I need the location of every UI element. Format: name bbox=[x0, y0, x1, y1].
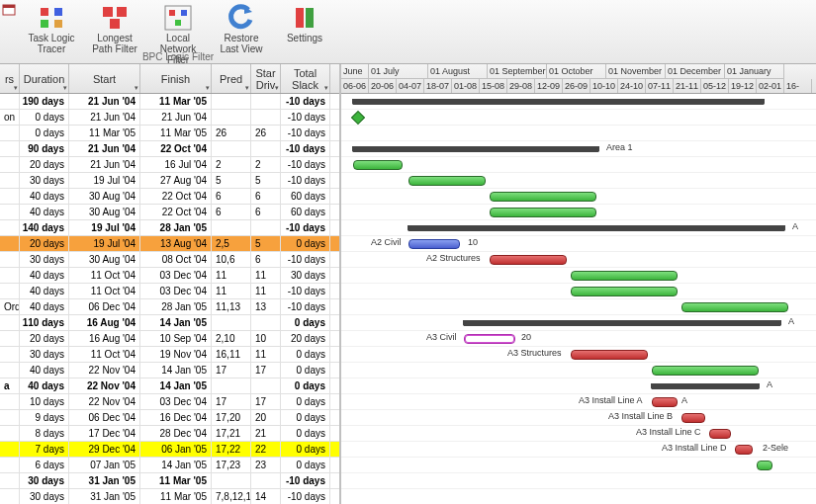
task-bar[interactable] bbox=[681, 413, 705, 423]
cell[interactable]: 60 days bbox=[281, 189, 330, 204]
table-row[interactable]: on0 days21 Jun '0421 Jun '04-10 days bbox=[0, 110, 339, 126]
cell[interactable]: 22 bbox=[251, 442, 281, 457]
task-bar[interactable] bbox=[709, 429, 731, 439]
col-total-slack[interactable]: Total Slack▾ bbox=[281, 64, 330, 93]
cell[interactable]: 11 bbox=[251, 347, 281, 362]
cell[interactable]: 40 days bbox=[20, 378, 69, 393]
cell[interactable]: 20 bbox=[251, 410, 281, 425]
cell[interactable]: 11 bbox=[212, 284, 251, 298]
cell[interactable]: 17 bbox=[251, 363, 281, 378]
cell[interactable]: 21 Jun '04 bbox=[69, 110, 140, 125]
task-bar[interactable] bbox=[571, 287, 678, 296]
cell[interactable]: 2,10 bbox=[212, 331, 251, 346]
cell[interactable]: -10 days bbox=[281, 173, 330, 188]
cell[interactable]: 11 Oct '04 bbox=[69, 268, 140, 283]
cell[interactable]: 40 days bbox=[20, 299, 69, 314]
cell[interactable]: -10 days bbox=[281, 299, 330, 314]
cell[interactable]: 6 bbox=[251, 189, 281, 204]
cell[interactable] bbox=[0, 284, 20, 298]
cell[interactable]: -10 days bbox=[281, 473, 330, 488]
cell[interactable] bbox=[0, 220, 20, 235]
cell[interactable]: 0 days bbox=[281, 426, 330, 441]
cell[interactable]: 7,8,12,1 bbox=[212, 489, 251, 504]
cell[interactable]: 30 days bbox=[20, 173, 69, 188]
task-bar[interactable] bbox=[571, 350, 648, 360]
summary-bar[interactable] bbox=[464, 320, 780, 326]
cell[interactable] bbox=[212, 141, 251, 156]
cell[interactable]: 22 Oct '04 bbox=[140, 189, 212, 204]
table-row[interactable]: 20 days21 Jun '0416 Jul '0422-10 days bbox=[0, 157, 339, 173]
cell[interactable]: 17,20 bbox=[212, 410, 251, 425]
cell[interactable] bbox=[212, 94, 251, 109]
cell[interactable]: 17 bbox=[212, 363, 251, 378]
cell[interactable] bbox=[212, 473, 251, 488]
task-bar[interactable] bbox=[490, 192, 596, 202]
cell[interactable]: 10 bbox=[251, 331, 281, 346]
cell[interactable] bbox=[0, 157, 20, 172]
cell[interactable]: 20 days bbox=[281, 331, 330, 346]
cell[interactable]: 0 days bbox=[281, 347, 330, 362]
cell[interactable]: 6 bbox=[251, 205, 281, 219]
cell[interactable]: 31 Jan '05 bbox=[69, 473, 140, 488]
cell[interactable]: 11 Mar '05 bbox=[140, 94, 212, 109]
gantt-chart[interactable]: June01 July01 August01 September01 Octob… bbox=[341, 64, 816, 504]
cell[interactable]: 30 days bbox=[20, 489, 69, 504]
cell[interactable]: 2 bbox=[212, 157, 251, 172]
cell[interactable]: 0 days bbox=[20, 110, 69, 125]
cell[interactable] bbox=[0, 442, 20, 457]
cell[interactable]: -10 days bbox=[281, 252, 330, 267]
cell[interactable]: 17,22 bbox=[212, 442, 251, 457]
cell[interactable]: 8 days bbox=[20, 426, 69, 441]
task-bar[interactable] bbox=[408, 176, 486, 186]
task-bar[interactable] bbox=[757, 461, 772, 470]
table-row[interactable]: 0 days11 Mar '0511 Mar '052626-10 days bbox=[0, 126, 339, 141]
cell[interactable] bbox=[0, 315, 20, 330]
cell[interactable]: 19 Jul '04 bbox=[69, 220, 140, 235]
cell[interactable] bbox=[0, 410, 20, 425]
cell[interactable]: 17 bbox=[212, 394, 251, 409]
cell[interactable]: 22 Oct '04 bbox=[140, 205, 212, 219]
col-duration[interactable]: Duration▾ bbox=[20, 64, 69, 93]
cell[interactable] bbox=[251, 110, 281, 125]
cell[interactable]: -10 days bbox=[281, 284, 330, 298]
cell[interactable]: 27 Aug '04 bbox=[140, 173, 212, 188]
cell[interactable]: 06 Jan '05 bbox=[140, 442, 212, 457]
cell[interactable]: 17,21 bbox=[212, 426, 251, 441]
summary-bar[interactable] bbox=[353, 99, 764, 105]
cell[interactable]: 40 days bbox=[20, 189, 69, 204]
cell[interactable]: 0 days bbox=[281, 442, 330, 457]
table-row[interactable]: 40 days30 Aug '0422 Oct '046660 days bbox=[0, 189, 339, 205]
table-row[interactable]: 30 days31 Jan '0511 Mar '057,8,12,114-10… bbox=[0, 489, 339, 504]
cell[interactable]: 11 Oct '04 bbox=[69, 347, 140, 362]
col-start[interactable]: Start▾ bbox=[69, 64, 140, 93]
table-row[interactable]: 40 days11 Oct '0403 Dec '04111130 days bbox=[0, 268, 339, 284]
table-row[interactable]: 140 days19 Jul '0428 Jan '05-10 days bbox=[0, 220, 339, 236]
cell[interactable]: 0 days bbox=[281, 315, 330, 330]
cell[interactable]: 16 Jul '04 bbox=[140, 157, 212, 172]
cell[interactable]: 23 bbox=[251, 458, 281, 472]
cell[interactable]: 40 days bbox=[20, 268, 69, 283]
cell[interactable]: 06 Dec '04 bbox=[69, 299, 140, 314]
table-row[interactable]: 30 days19 Jul '0427 Aug '0455-10 days bbox=[0, 173, 339, 189]
task-bar[interactable] bbox=[353, 160, 403, 170]
cell[interactable]: 90 days bbox=[20, 141, 69, 156]
cell[interactable]: 20 days bbox=[20, 236, 69, 251]
cell[interactable] bbox=[251, 220, 281, 235]
cell[interactable]: 26 bbox=[212, 126, 251, 140]
cell[interactable]: 60 days bbox=[281, 205, 330, 219]
table-row[interactable]: Order40 days06 Dec '0428 Jan '0511,1313-… bbox=[0, 299, 339, 315]
cell[interactable]: 21 Jun '04 bbox=[140, 110, 212, 125]
cell[interactable] bbox=[0, 94, 20, 109]
cell[interactable]: 6 bbox=[251, 252, 281, 267]
table-row[interactable]: 9 days06 Dec '0416 Dec '0417,20200 days bbox=[0, 410, 339, 426]
cell[interactable]: 16 Dec '04 bbox=[140, 410, 212, 425]
cell[interactable]: on bbox=[0, 110, 20, 125]
cell[interactable]: -10 days bbox=[281, 110, 330, 125]
cell[interactable]: 16,11 bbox=[212, 347, 251, 362]
task-bar[interactable] bbox=[408, 239, 460, 249]
cell[interactable] bbox=[0, 473, 20, 488]
cell[interactable]: 6 bbox=[212, 205, 251, 219]
cell[interactable]: 22 Nov '04 bbox=[69, 363, 140, 378]
cell[interactable]: a bbox=[0, 378, 20, 393]
table-row[interactable]: 110 days16 Aug '0414 Jan '050 days bbox=[0, 315, 339, 331]
